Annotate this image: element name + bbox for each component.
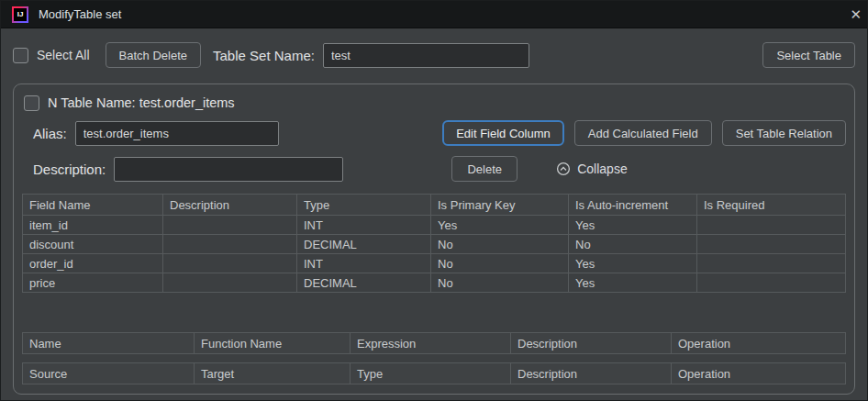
toolbar-row: Select All Batch Delete Table Set Name: … bbox=[13, 41, 855, 69]
table-cell[interactable] bbox=[697, 216, 846, 235]
table-header-row: NameFunction NameExpressionDescriptionOp… bbox=[23, 333, 846, 354]
table-cell[interactable]: INT bbox=[297, 254, 431, 273]
select-table-button[interactable]: Select Table bbox=[762, 42, 855, 68]
window-title: ModifyTable set bbox=[39, 7, 121, 21]
table-row[interactable]: discountDECIMALNoNo bbox=[23, 235, 846, 254]
column-header: Operation bbox=[672, 333, 846, 354]
column-header: Expression bbox=[351, 333, 511, 354]
table-header-row: Field NameDescriptionTypeIs Primary KeyI… bbox=[23, 195, 846, 216]
alias-input[interactable] bbox=[75, 121, 279, 146]
column-header: Type bbox=[351, 363, 511, 384]
column-header: Name bbox=[23, 333, 195, 354]
table-cell[interactable]: DECIMAL bbox=[297, 273, 431, 293]
table-cell[interactable]: discount bbox=[23, 235, 163, 254]
table-header-row: SourceTargetTypeDescriptionOperation bbox=[23, 363, 846, 384]
dialog-content: Select All Batch Delete Table Set Name: … bbox=[1, 28, 867, 400]
alias-label: Alias: bbox=[33, 126, 67, 141]
table-set-name-label: Table Set Name: bbox=[213, 48, 315, 63]
description-label: Description: bbox=[33, 162, 106, 177]
column-header: Function Name bbox=[195, 333, 351, 354]
table-name-label: N Table Name: test.order_items bbox=[48, 95, 235, 110]
table-set-name-input[interactable] bbox=[323, 43, 529, 68]
fields-table: Field NameDescriptionTypeIs Primary KeyI… bbox=[22, 194, 846, 293]
column-header: Is Auto-increment bbox=[569, 195, 697, 216]
app-logo-icon: IJ bbox=[12, 6, 28, 23]
table-row[interactable]: priceDECIMALNoYes bbox=[23, 273, 846, 293]
delete-button[interactable]: Delete bbox=[451, 156, 517, 182]
table-cell[interactable]: DECIMAL bbox=[297, 235, 431, 254]
table-cell[interactable] bbox=[163, 273, 297, 293]
table-relation-table: SourceTargetTypeDescriptionOperation bbox=[22, 362, 846, 384]
table-cell[interactable]: item_id bbox=[23, 216, 163, 235]
table-cell[interactable]: No bbox=[569, 235, 697, 254]
description-input[interactable] bbox=[114, 157, 343, 182]
close-icon[interactable]: ✕ bbox=[844, 6, 862, 23]
table-row[interactable]: item_idINTYesYes bbox=[23, 216, 846, 235]
collapse-icon bbox=[556, 162, 571, 176]
table-cell[interactable]: Yes bbox=[431, 216, 569, 235]
app-logo-text: IJ bbox=[14, 8, 27, 21]
table-cell[interactable]: INT bbox=[297, 216, 431, 235]
column-header: Description bbox=[511, 363, 672, 384]
description-row: Description: Delete Collapse bbox=[22, 156, 846, 182]
column-header: Is Primary Key bbox=[431, 195, 569, 216]
column-header: Type bbox=[297, 195, 431, 216]
fields-table-empty-area bbox=[22, 293, 846, 332]
table-cell[interactable]: Yes bbox=[569, 216, 697, 235]
alias-row: Alias: Edit Field Column Add Calculated … bbox=[22, 120, 846, 146]
calc-table-empty-area bbox=[22, 354, 846, 362]
collapse-label: Collapse bbox=[577, 162, 627, 176]
table-cell[interactable] bbox=[163, 254, 297, 273]
calculated-fields-table: NameFunction NameExpressionDescriptionOp… bbox=[22, 332, 846, 354]
table-cell[interactable] bbox=[697, 254, 846, 273]
column-header: Field Name bbox=[23, 195, 163, 216]
column-header: Description bbox=[511, 333, 672, 354]
table-select-checkbox[interactable] bbox=[24, 95, 39, 111]
select-all-control[interactable]: Select All bbox=[13, 48, 90, 63]
column-header: Source bbox=[23, 363, 195, 384]
column-header: Is Required bbox=[697, 195, 846, 216]
table-cell[interactable]: order_id bbox=[23, 254, 163, 273]
table-cell[interactable] bbox=[163, 235, 297, 254]
table-cell[interactable]: Yes bbox=[569, 254, 697, 273]
batch-delete-button[interactable]: Batch Delete bbox=[106, 42, 201, 68]
table-cell[interactable]: No bbox=[431, 235, 569, 254]
table-panel: N Table Name: test.order_items Alias: Ed… bbox=[13, 84, 855, 395]
titlebar: IJ ModifyTable set ✕ bbox=[1, 1, 867, 28]
collapse-toggle[interactable]: Collapse bbox=[556, 162, 627, 176]
column-header: Operation bbox=[672, 363, 846, 384]
select-all-label: Select All bbox=[37, 48, 90, 62]
table-cell[interactable]: No bbox=[431, 273, 569, 293]
table-cell[interactable]: Yes bbox=[569, 273, 697, 293]
column-header: Description bbox=[163, 195, 297, 216]
modify-table-dialog: IJ ModifyTable set ✕ Select All Batch De… bbox=[0, 0, 868, 401]
add-calculated-field-button[interactable]: Add Calculated Field bbox=[574, 120, 712, 146]
edit-field-column-button[interactable]: Edit Field Column bbox=[442, 120, 564, 146]
set-table-relation-button[interactable]: Set Table Relation bbox=[722, 120, 846, 146]
table-cell[interactable]: price bbox=[23, 273, 163, 293]
table-panel-header: N Table Name: test.order_items bbox=[22, 92, 846, 114]
table-cell[interactable] bbox=[697, 273, 846, 293]
table-row[interactable]: order_idINTNoYes bbox=[23, 254, 846, 273]
column-header: Target bbox=[195, 363, 351, 384]
select-all-checkbox[interactable] bbox=[13, 48, 28, 63]
table-cell[interactable] bbox=[163, 216, 297, 235]
table-cell[interactable] bbox=[697, 235, 846, 254]
table-action-buttons: Edit Field Column Add Calculated Field S… bbox=[442, 120, 846, 146]
table-cell[interactable]: No bbox=[431, 254, 569, 273]
